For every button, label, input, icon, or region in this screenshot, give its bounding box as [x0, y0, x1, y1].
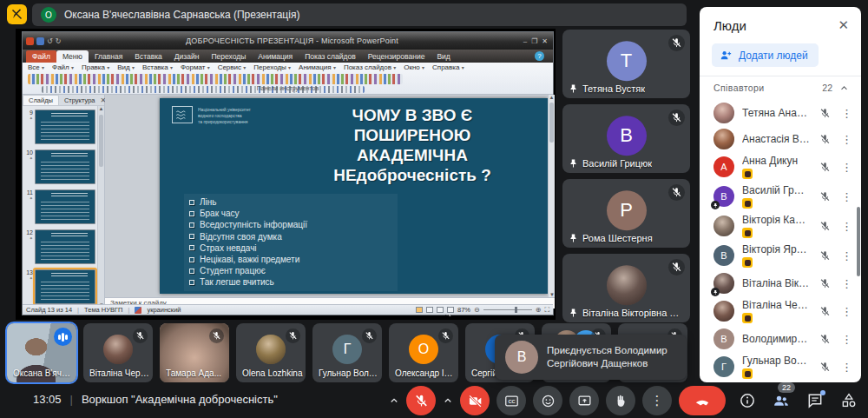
tab-outline[interactable]: Структура — [59, 96, 101, 105]
menu-item[interactable]: Сервис ▾ — [218, 63, 247, 71]
slide-thumbnail[interactable]: 11✦ — [24, 189, 95, 224]
ribbon-tab[interactable]: Вставка — [128, 50, 168, 63]
ribbon-tab[interactable]: Рецензирование — [362, 50, 431, 63]
present-button[interactable] — [569, 386, 599, 415]
contributors-section-header[interactable]: Співавтори 22 — [700, 76, 861, 98]
captions-button[interactable] — [496, 386, 526, 415]
more-options-button[interactable]: ⋮ — [642, 386, 672, 415]
mic-toggle-button[interactable] — [406, 386, 436, 415]
people-panel-button[interactable]: 22 — [771, 390, 792, 411]
video-tile[interactable]: О Олександр Іван... — [389, 323, 458, 382]
raise-hand-button[interactable] — [606, 386, 635, 415]
mic-off-icon[interactable] — [818, 306, 832, 317]
video-tile[interactable]: Віталіна Череп... — [83, 323, 153, 382]
ppt-title-bar[interactable]: ↺ ↻ ДОБРОЧЕСНІСТЬ ПРЕЗЕНТАЦІЯ - Microsof… — [23, 32, 553, 50]
ribbon-tab[interactable]: Анимация — [252, 50, 299, 63]
zoom-slider[interactable] — [483, 309, 532, 310]
video-tile[interactable]: Г Гульнар Волкова — [312, 323, 382, 382]
more-options-button[interactable]: ⋮ — [839, 161, 852, 174]
pen-off-button[interactable] — [7, 4, 27, 24]
mic-off-icon[interactable] — [818, 108, 832, 119]
zoom-out-button[interactable]: ⊖ — [474, 306, 480, 314]
avatar: А — [713, 156, 734, 177]
more-options-button[interactable]: ⋮ — [839, 133, 852, 146]
menu-item[interactable]: Окно ▾ — [404, 63, 424, 71]
mic-off-icon[interactable] — [818, 278, 832, 289]
video-tile[interactable]: Віталіна Вікторівна Горді... — [562, 254, 690, 322]
slide-scrollbar[interactable]: ▲▼ — [548, 95, 555, 297]
more-options-button[interactable]: ⋮ — [839, 277, 852, 290]
mic-off-icon[interactable] — [818, 250, 832, 262]
menu-item[interactable]: Вставка ▾ — [142, 63, 173, 71]
menu-caret-icon: ▾ — [207, 65, 210, 70]
menu-item[interactable]: Переходы ▾ — [253, 63, 291, 71]
mic-off-icon[interactable] — [818, 334, 832, 345]
menu-item[interactable]: Анимация ▾ — [299, 63, 336, 71]
more-options-button[interactable]: ⋮ — [839, 361, 852, 374]
thumbnails-scrollbar[interactable]: ▲▼ — [97, 106, 104, 308]
help-icon[interactable]: ? — [535, 51, 544, 61]
zoom-in-button[interactable]: ⊕ — [536, 306, 542, 314]
video-tile[interactable]: Р Рома Шестерня — [562, 179, 690, 248]
tab-slides[interactable]: Слайды — [23, 95, 59, 105]
activities-button[interactable] — [838, 390, 859, 411]
mic-options-chevron[interactable] — [389, 395, 399, 406]
captions-icon — [504, 394, 519, 408]
menu-item[interactable]: Правка ▾ — [82, 63, 109, 71]
ribbon-tab[interactable]: Показ слайдов — [299, 50, 362, 63]
mic-off-icon[interactable] — [818, 191, 832, 202]
sorter-view-icon[interactable] — [426, 307, 433, 313]
slide-thumbnail[interactable]: 9✦ — [24, 109, 95, 144]
ribbon-tab[interactable]: Вид — [431, 50, 456, 63]
video-tile[interactable]: Т Тетяна Вустяк — [562, 30, 690, 98]
slideshow-view-icon[interactable] — [447, 307, 454, 313]
avatar — [713, 103, 734, 123]
participant-name: Гульнар Волкова — [319, 368, 379, 378]
more-options-button[interactable]: ⋮ — [839, 249, 852, 262]
window-controls[interactable]: – ❐ ✕ — [523, 37, 553, 45]
video-tile[interactable]: Тамара Ада... — [160, 323, 229, 382]
more-options-button[interactable]: ⋮ — [839, 333, 852, 346]
add-people-button[interactable]: Додати людей — [712, 43, 819, 67]
mic-off-icon[interactable] — [818, 134, 832, 145]
end-call-button[interactable] — [679, 386, 726, 415]
more-options-button[interactable]: ⋮ — [839, 220, 852, 233]
slide-thumbnail[interactable]: 13✦ — [24, 269, 95, 304]
menu-item[interactable]: Все ▾ — [28, 63, 44, 71]
menu-item[interactable]: Показ слайдов ▾ — [344, 63, 396, 71]
panel-scrollbar[interactable] — [857, 207, 860, 276]
ppt-quick-access-toolbar[interactable]: ↺ ↻ — [23, 37, 61, 45]
video-tile[interactable]: Оксана В'ячесл... — [7, 323, 76, 382]
reactions-button[interactable] — [533, 386, 562, 415]
camera-toggle-button[interactable] — [460, 386, 490, 415]
menu-item[interactable]: Файл ▾ — [52, 63, 74, 71]
reaction-badge — [742, 257, 753, 268]
ribbon-tab[interactable]: Файл — [26, 50, 56, 63]
menu-item[interactable]: Справка ▾ — [432, 63, 464, 71]
menu-item[interactable]: Вид ▾ — [117, 63, 135, 71]
close-panel-icon[interactable]: ✕ — [838, 17, 849, 33]
ribbon-tab[interactable]: Дизайн — [168, 50, 206, 63]
ribbon-tab[interactable]: Меню — [56, 50, 89, 63]
ribbon-tab[interactable]: Переходы — [205, 50, 252, 63]
standard-toolbar[interactable] — [28, 74, 403, 84]
fit-to-window-button[interactable]: ⛶ — [544, 306, 549, 315]
menu-item[interactable]: Формат ▾ — [181, 63, 210, 71]
camera-options-chevron[interactable] — [443, 395, 453, 406]
more-options-button[interactable]: ⋮ — [839, 107, 852, 120]
video-tile[interactable]: Olena Lozhkina — [236, 323, 306, 382]
slide-thumbnail[interactable]: 10✦ — [24, 149, 95, 184]
meeting-details-button[interactable] — [737, 390, 758, 411]
mic-off-icon[interactable] — [818, 162, 832, 173]
ribbon-tab[interactable]: Главная — [89, 50, 128, 63]
more-options-button[interactable]: ⋮ — [839, 305, 852, 318]
chat-panel-button[interactable] — [805, 390, 825, 411]
spellcheck-icon[interactable] — [135, 307, 141, 314]
slide-thumbnail[interactable]: 12✦ — [24, 229, 95, 264]
normal-view-icon[interactable] — [416, 307, 423, 313]
mic-off-icon[interactable] — [818, 362, 832, 373]
mic-off-icon[interactable] — [818, 221, 832, 232]
reading-view-icon[interactable] — [437, 307, 444, 313]
more-options-button[interactable]: ⋮ — [839, 190, 852, 203]
video-tile[interactable]: В Василій Грицюк — [562, 104, 690, 173]
